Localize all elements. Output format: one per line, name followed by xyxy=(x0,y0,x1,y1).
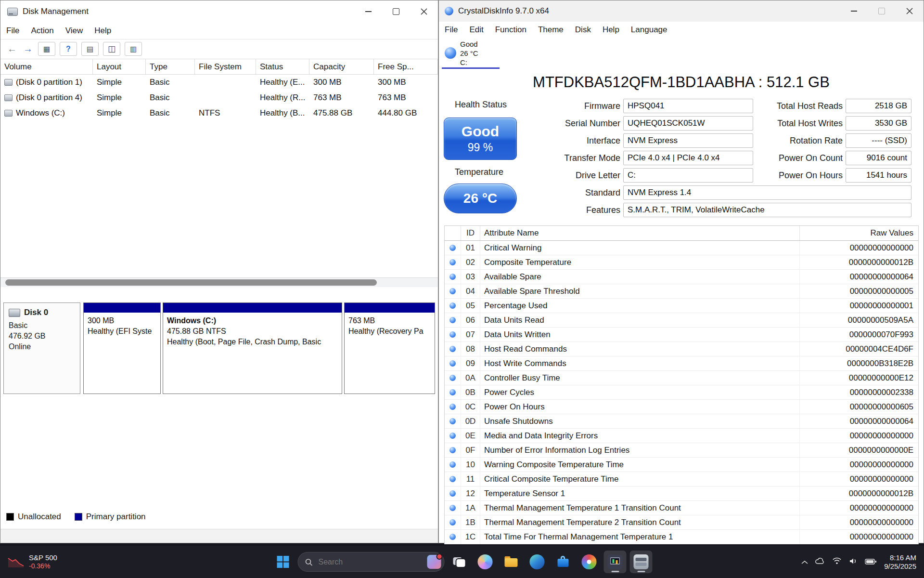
close-button[interactable] xyxy=(410,0,438,23)
volume-tray-button[interactable] xyxy=(849,558,858,566)
rotation-rate-label: Rotation Rate xyxy=(756,133,843,148)
taskbar-app-disk-management[interactable] xyxy=(630,551,653,573)
smart-id: 08 xyxy=(461,342,480,356)
drive-letter-label: Drive Letter xyxy=(520,168,620,183)
drive-letter: C: xyxy=(460,58,478,67)
show-hide-icon[interactable] xyxy=(103,42,120,56)
smart-row: 0E Media and Data Integrity Errors 00000… xyxy=(445,429,918,443)
menu-item[interactable]: Help xyxy=(89,26,117,36)
smart-status-dot-icon xyxy=(449,331,456,338)
volume-name: (Disk 0 partition 1) xyxy=(16,78,82,87)
start-button[interactable] xyxy=(272,551,295,573)
partition-recovery[interactable]: 763 MB Healthy (Recovery Pa xyxy=(344,302,435,394)
clock[interactable]: 8:16 AM 9/25/2025 xyxy=(884,553,916,571)
taskbar-app-photos[interactable] xyxy=(578,551,601,573)
taskbar-app-microsoft-store[interactable] xyxy=(552,551,575,573)
volume-type: Basic xyxy=(146,108,195,118)
smart-attribute-name: Total Time For Thermal Management Temper… xyxy=(480,530,800,544)
column-header[interactable]: Status xyxy=(256,59,309,74)
minimize-button[interactable] xyxy=(354,0,382,23)
column-header[interactable]: File System xyxy=(195,59,256,74)
column-header[interactable]: Layout xyxy=(93,59,146,74)
smart-attribute-name: Available Spare Threshold xyxy=(480,284,800,298)
taskbar-app-crystaldiskinfo[interactable] xyxy=(604,551,627,573)
smart-row: 08 Host Read Commands 00000004CE4D6F xyxy=(445,342,918,356)
widgets-button[interactable]: S&P 500 -0.36% xyxy=(0,546,65,578)
smart-id: 1C xyxy=(461,530,480,544)
smart-row: 1B Thermal Management Temperature 2 Tran… xyxy=(445,515,918,530)
menu-item[interactable]: Help xyxy=(597,25,625,35)
column-header[interactable]: Type xyxy=(146,59,195,74)
menu-item[interactable]: Disk xyxy=(569,25,597,35)
smart-attribute-name: Temperature Sensor 1 xyxy=(480,486,800,500)
search-input[interactable] xyxy=(298,552,445,572)
title-bar[interactable]: CrystalDiskInfo 9.7.0 x64 xyxy=(439,0,924,22)
hidden-icons-chevron[interactable] xyxy=(801,558,808,566)
legend: Unallocated Primary partition xyxy=(6,512,146,522)
taskbar-app-task-view[interactable] xyxy=(448,551,471,573)
minimize-button[interactable] xyxy=(840,0,868,22)
volume-capacity: 475.88 GB xyxy=(309,108,374,118)
smart-status-dot-icon xyxy=(449,288,456,294)
disk-list-icon[interactable] xyxy=(81,42,99,56)
menu-item[interactable]: Function xyxy=(489,25,532,35)
title-bar[interactable]: Disk Management xyxy=(0,0,438,23)
menu-item[interactable]: Edit xyxy=(463,25,489,35)
help-icon[interactable] xyxy=(60,42,77,56)
maximize-button[interactable] xyxy=(382,0,410,23)
menu-item[interactable]: Language xyxy=(625,25,673,35)
smart-id: 05 xyxy=(461,299,480,313)
menu-item[interactable]: Action xyxy=(25,26,59,36)
smart-id: 09 xyxy=(461,356,480,370)
horizontal-scrollbar[interactable] xyxy=(0,278,438,287)
maximize-button[interactable] xyxy=(868,0,896,22)
drive-info-grid: Firmware HPSQ041 Total Host Reads 2518 G… xyxy=(520,99,911,217)
menu-item[interactable]: File xyxy=(0,26,25,36)
primary-partition-swatch xyxy=(75,513,82,521)
smart-status-dot-icon xyxy=(449,302,456,309)
close-button[interactable] xyxy=(896,0,924,22)
volume-row[interactable]: Windows (C:) Simple Basic NTFS Healthy (… xyxy=(0,105,438,121)
taskbar-app-file-explorer[interactable] xyxy=(500,551,523,573)
forward-icon[interactable]: → xyxy=(22,43,34,54)
onedrive-tray-button[interactable] xyxy=(815,558,825,566)
smart-status-dot-icon xyxy=(449,433,456,439)
horizontal-scrollbar-thumb[interactable] xyxy=(5,279,377,286)
smart-raw-value: 00000004CE4D6F xyxy=(800,342,918,356)
volume-row[interactable]: (Disk 0 partition 1) Simple Basic Health… xyxy=(0,75,438,90)
smart-status-column xyxy=(445,226,461,240)
network-tray-button[interactable] xyxy=(832,557,842,566)
properties-icon[interactable] xyxy=(125,42,142,56)
smart-status-dot-icon xyxy=(449,534,456,540)
volume-name: (Disk 0 partition 4) xyxy=(16,93,82,103)
battery-tray-button[interactable] xyxy=(865,558,877,566)
smart-row: 0F Number of Error Information Log Entri… xyxy=(445,443,918,458)
search-field[interactable] xyxy=(318,557,423,567)
column-header[interactable]: Volume xyxy=(0,59,93,74)
menu-item[interactable]: Theme xyxy=(532,25,569,35)
console-tree-icon[interactable] xyxy=(38,42,55,56)
volume-list-header: VolumeLayoutTypeFile SystemStatusCapacit… xyxy=(0,59,438,75)
smart-attribute-name: Number of Error Information Log Entries xyxy=(480,443,800,457)
features-value: S.M.A.R.T., TRIM, VolatileWriteCache xyxy=(623,203,911,217)
smart-raw-value: 0000000B318E2B xyxy=(800,356,918,370)
column-header[interactable]: Free Sp... xyxy=(374,59,438,74)
health-status-button[interactable]: Good 99 % xyxy=(444,118,517,160)
temperature-button[interactable]: 26 °C xyxy=(444,184,517,213)
partition-c[interactable]: Windows (C:) 475.88 GB NTFS Healthy (Boo… xyxy=(163,302,342,394)
features-label: Features xyxy=(520,203,620,217)
taskbar: S&P 500 -0.36% 8:16 AM xyxy=(0,546,924,578)
volume-row[interactable]: (Disk 0 partition 4) Simple Basic Health… xyxy=(0,90,438,105)
taskbar-app-copilot[interactable] xyxy=(474,551,497,573)
search-highlight-thumbnail[interactable] xyxy=(427,555,441,569)
taskbar-app-edge[interactable] xyxy=(526,551,549,573)
volume-list: VolumeLayoutTypeFile SystemStatusCapacit… xyxy=(0,59,438,278)
back-icon[interactable]: ← xyxy=(6,43,18,54)
menu-item[interactable]: View xyxy=(60,26,89,36)
disk0-panel[interactable]: Disk 0 Basic 476.92 GB Online xyxy=(3,302,80,394)
drive-tab-c[interactable]: Good 26 °C C: xyxy=(442,39,500,67)
copilot-icon xyxy=(478,554,493,569)
partition-efi[interactable]: 300 MB Healthy (EFI Syste xyxy=(83,302,161,394)
menu-item[interactable]: File xyxy=(439,25,463,35)
column-header[interactable]: Capacity xyxy=(309,59,374,74)
